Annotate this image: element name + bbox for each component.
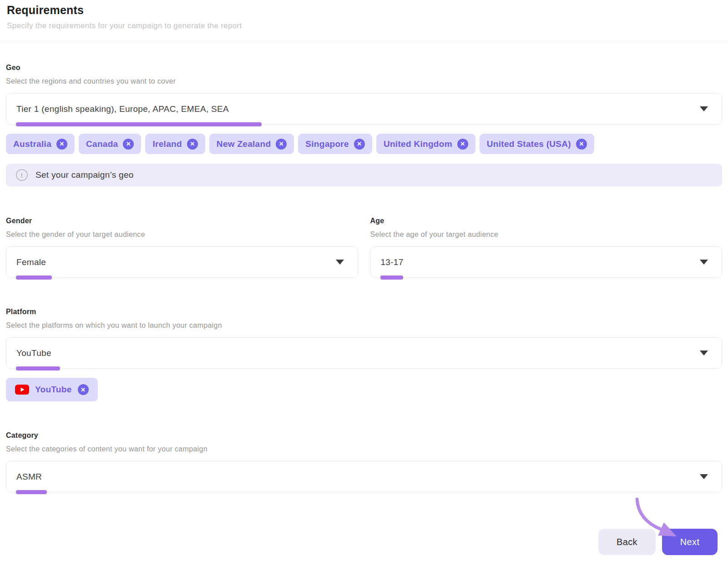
annotation-underline-category [16,490,47,494]
page-subtitle: Specify the requirements for your campai… [7,21,721,30]
category-section: Category Select the categories of conten… [6,431,722,492]
category-select[interactable]: ASMR [6,461,722,492]
geo-tag-label: United States (USA) [487,139,571,149]
gender-select[interactable]: Female [6,246,358,278]
geo-tag-label: United Kingdom [384,139,452,149]
youtube-icon [15,385,29,395]
geo-tag-label: Ireland [152,139,182,149]
remove-tag-icon[interactable]: ✕ [78,384,89,395]
chevron-down-icon [700,474,708,479]
gender-section: Gender Select the gender of your target … [6,217,358,278]
platform-label: Platform [6,308,722,316]
category-select-value: ASMR [16,472,42,482]
geo-tag: United Kingdom ✕ [376,134,475,154]
geo-tag-label: New Zealand [217,139,271,149]
platform-section: Platform Select the platforms on which y… [6,308,722,401]
platform-select[interactable]: YouTube [6,337,722,369]
annotation-underline-geo [16,122,262,126]
geo-select[interactable]: Tier 1 (english speaking), Europe, APAC,… [6,93,722,125]
geo-description: Select the regions and countries you wan… [6,77,722,85]
platform-tag-label: YouTube [35,385,72,395]
geo-notice-banner: ! Set your campaign’s geo [6,164,722,186]
annotation-underline-age [380,275,403,280]
annotation-underline-platform [16,366,60,371]
category-description: Select the categories of content you wan… [6,445,722,453]
requirements-form: Geo Select the regions and countries you… [0,64,728,555]
gender-select-value: Female [16,257,46,267]
age-description: Select the age of your target audience [370,230,723,239]
geo-tag: New Zealand ✕ [209,134,294,154]
age-select[interactable]: 13-17 [370,246,723,278]
geo-tag-label: Canada [86,139,118,149]
remove-tag-icon[interactable]: ✕ [187,139,198,150]
page-header: Requirements Specify the requirements fo… [0,0,728,41]
platform-tags: YouTube ✕ [6,378,722,401]
age-section: Age Select the age of your target audien… [370,217,723,278]
geo-tag: Australia ✕ [6,134,75,154]
remove-tag-icon[interactable]: ✕ [123,139,134,150]
remove-tag-icon[interactable]: ✕ [576,139,587,150]
gender-label: Gender [6,217,358,225]
category-label: Category [6,431,722,440]
page-title: Requirements [7,4,721,17]
footer-actions: Back Next [6,529,722,555]
geo-tag-label: Australia [13,139,51,149]
remove-tag-icon[interactable]: ✕ [354,139,365,150]
age-label: Age [370,217,723,225]
geo-label: Geo [6,64,722,72]
chevron-down-icon [336,260,344,265]
back-button[interactable]: Back [598,529,656,555]
remove-tag-icon[interactable]: ✕ [457,139,468,150]
gender-description: Select the gender of your target audienc… [6,230,358,239]
geo-tag-label: Singapore [305,139,349,149]
age-select-value: 13-17 [381,257,404,267]
remove-tag-icon[interactable]: ✕ [276,139,287,150]
chevron-down-icon [700,260,708,265]
platform-tag-youtube: YouTube ✕ [6,378,98,401]
next-button[interactable]: Next [662,529,718,555]
gender-age-row: Gender Select the gender of your target … [6,217,722,278]
info-icon: ! [16,169,28,181]
geo-notice-text: Set your campaign’s geo [35,170,134,180]
platform-description: Select the platforms on which you want t… [6,321,722,330]
requirements-page: Requirements Specify the requirements fo… [0,0,728,561]
geo-tag: Singapore ✕ [298,134,372,154]
geo-tag: United States (USA) ✕ [480,134,594,154]
geo-tags: Australia ✕ Canada ✕ Ireland ✕ New Zeala… [6,134,722,154]
chevron-down-icon [700,106,708,111]
platform-select-value: YouTube [16,348,51,358]
geo-tag: Canada ✕ [79,134,141,154]
remove-tag-icon[interactable]: ✕ [56,139,67,150]
annotation-underline-gender [16,275,52,280]
geo-tag: Ireland ✕ [145,134,205,154]
geo-section: Geo Select the regions and countries you… [6,64,722,186]
geo-select-value: Tier 1 (english speaking), Europe, APAC,… [16,104,229,114]
chevron-down-icon [700,351,708,356]
